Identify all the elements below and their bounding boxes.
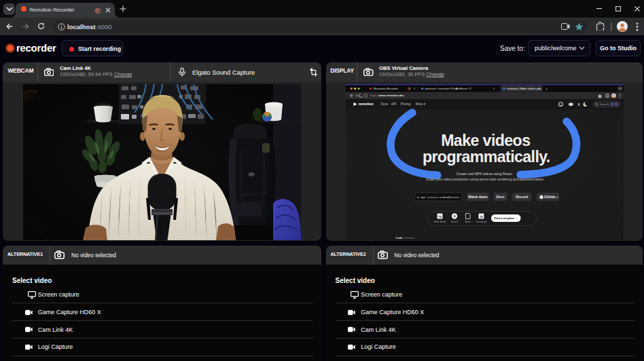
svg-text:Search: Search <box>599 102 609 106</box>
svg-text:X: X <box>455 87 457 90</box>
svg-text:Hello World: Hello World <box>433 220 446 223</box>
svg-text:JS: JS <box>480 215 483 218</box>
svg-text:Watch demo: Watch demo <box>468 195 487 199</box>
svg-text:JavaScript: JavaScript <box>476 220 486 223</box>
svg-text:Home / X: Home / X <box>460 87 471 90</box>
svg-text:Scale your video production us: Scale your video production using server… <box>426 177 544 181</box>
svg-text:TS: TS <box>438 215 442 218</box>
svg-text:Find a template →: Find a template → <box>494 216 518 220</box>
svg-text:✕: ✕ <box>538 87 541 90</box>
svg-text:Docs: Docs <box>380 102 389 106</box>
svg-text:Remotion Recorder: Remotion Recorder <box>374 87 399 90</box>
svg-text:GitHub: GitHub <box>544 195 555 199</box>
svg-text:+: + <box>545 86 548 90</box>
svg-text:Code | Preview: Code | Preview <box>395 235 414 239</box>
svg-text:Discord: Discord <box>516 195 528 199</box>
svg-text:Blank: Blank <box>465 220 471 223</box>
svg-text:More ▾: More ▾ <box>415 102 425 106</box>
svg-text:Make videos: Make videos <box>441 132 530 149</box>
svg-text:$ npx create-video@latest: $ npx create-video@latest <box>417 196 460 199</box>
svg-text:18k: 18k <box>554 196 558 199</box>
svg-text:programmatically.: programmatically. <box>422 148 550 166</box>
svg-text:✕: ✕ <box>493 87 495 90</box>
svg-text:Pricing: Pricing <box>400 102 410 106</box>
svg-text:Docs: Docs <box>496 195 504 199</box>
svg-text:✕: ✕ <box>448 87 451 90</box>
svg-text:remotion | Make videos pro;: remotion | Make videos pro; <box>506 87 541 90</box>
svg-text:API: API <box>391 102 396 106</box>
svg-text:✕: ✕ <box>413 87 416 90</box>
svg-text:remotion: remotion <box>358 102 373 106</box>
svg-text:N: N <box>453 215 455 218</box>
svg-text:Create real MP4 videos using R: Create real MP4 videos using React. <box>456 172 512 176</box>
svg-text:https://www.remotion.dev: https://www.remotion.dev <box>370 94 404 97</box>
svg-text:NextJs: NextJs <box>450 220 458 223</box>
